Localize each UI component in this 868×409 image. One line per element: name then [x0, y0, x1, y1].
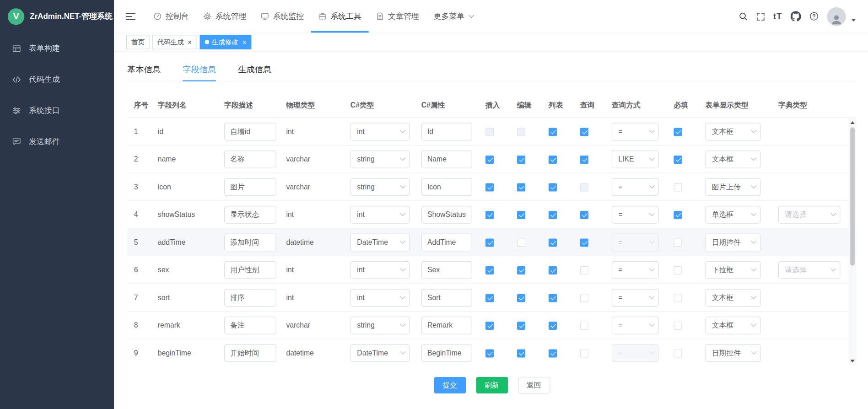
edit-checkbox[interactable]	[517, 294, 525, 302]
query-method-select[interactable]: =	[612, 261, 659, 279]
edit-checkbox[interactable]	[517, 155, 525, 163]
display-type-select[interactable]: 文本框	[705, 289, 760, 307]
topnav-item-system-monitor[interactable]: 系统监控	[253, 0, 311, 32]
display-type-select[interactable]: 图片上传	[705, 178, 760, 196]
display-type-select[interactable]: 单选框	[705, 205, 760, 223]
caret-down-icon[interactable]	[852, 19, 856, 22]
display-type-select[interactable]: 下拉框	[705, 261, 760, 279]
sidebar-item-system-api[interactable]: 系统接口	[0, 95, 114, 126]
topnav-item-more-menu[interactable]: 更多菜单	[426, 0, 481, 32]
query-method-select[interactable]: LIKE	[612, 150, 659, 168]
tag-home[interactable]: 首页	[126, 35, 150, 49]
edit-checkbox[interactable]	[517, 349, 525, 357]
topnav-item-dashboard[interactable]: 控制台	[146, 0, 196, 32]
query-method-select[interactable]: =	[612, 316, 659, 334]
csharp-property-input[interactable]	[421, 233, 472, 251]
scroll-down-icon[interactable]	[849, 357, 857, 365]
description-input[interactable]	[224, 316, 276, 334]
tag-gen-edit[interactable]: 生成修改×	[199, 35, 251, 49]
tag-code-gen[interactable]: 代码生成×	[152, 35, 197, 49]
csharp-type-select[interactable]: DateTime	[350, 233, 410, 251]
insert-checkbox[interactable]	[485, 128, 494, 136]
hamburger-icon[interactable]	[125, 0, 136, 32]
edit-checkbox[interactable]	[517, 266, 525, 274]
list-checkbox[interactable]	[549, 321, 557, 329]
csharp-property-input[interactable]	[421, 344, 472, 362]
required-checkbox[interactable]	[674, 294, 682, 302]
insert-checkbox[interactable]	[485, 294, 494, 302]
required-checkbox[interactable]	[674, 155, 682, 163]
font-size-icon[interactable]: tT	[773, 11, 782, 21]
required-checkbox[interactable]	[674, 183, 682, 191]
close-icon[interactable]: ×	[242, 38, 246, 46]
insert-checkbox[interactable]	[485, 183, 494, 191]
description-input[interactable]	[224, 344, 276, 362]
github-icon[interactable]	[791, 11, 801, 22]
insert-checkbox[interactable]	[485, 349, 494, 357]
csharp-type-select[interactable]: string	[350, 316, 410, 334]
display-type-select[interactable]: 文本框	[705, 150, 760, 168]
insert-checkbox[interactable]	[485, 210, 494, 219]
list-checkbox[interactable]	[549, 155, 557, 163]
description-input[interactable]	[224, 178, 276, 196]
list-checkbox[interactable]	[549, 294, 557, 302]
required-checkbox[interactable]	[674, 210, 682, 219]
query-checkbox[interactable]	[580, 238, 588, 247]
topnav-item-article-manage[interactable]: 文章管理	[369, 0, 426, 32]
insert-checkbox[interactable]	[485, 155, 494, 163]
required-checkbox[interactable]	[674, 321, 682, 329]
list-checkbox[interactable]	[549, 183, 557, 191]
tab-gen-info[interactable]: 生成信息	[238, 59, 271, 81]
refresh-button[interactable]: 刷新	[476, 377, 508, 393]
table-scrollbar[interactable]	[849, 118, 857, 365]
csharp-type-select[interactable]: int	[350, 289, 410, 307]
csharp-property-input[interactable]	[421, 316, 472, 334]
scrollbar-thumb[interactable]	[850, 127, 855, 265]
query-checkbox[interactable]	[580, 155, 588, 163]
query-checkbox[interactable]	[580, 294, 588, 302]
csharp-property-input[interactable]	[421, 289, 472, 307]
required-checkbox[interactable]	[674, 266, 682, 274]
csharp-property-input[interactable]	[421, 123, 472, 140]
query-method-select[interactable]: =	[612, 233, 659, 251]
description-input[interactable]	[224, 261, 276, 279]
dict-type-select[interactable]: 请选择	[778, 205, 840, 223]
topnav-item-system-tools[interactable]: 系统工具	[311, 0, 369, 32]
display-type-select[interactable]: 日期控件	[705, 344, 760, 362]
csharp-property-input[interactable]	[421, 261, 472, 279]
query-method-select[interactable]: =	[612, 205, 659, 223]
submit-button[interactable]: 提交	[434, 377, 466, 393]
sidebar-item-send-mail[interactable]: 发送邮件	[0, 126, 114, 157]
avatar[interactable]	[827, 7, 846, 26]
edit-checkbox[interactable]	[517, 238, 525, 247]
dict-type-select[interactable]: 请选择	[778, 261, 840, 279]
list-checkbox[interactable]	[549, 128, 557, 136]
list-checkbox[interactable]	[549, 210, 557, 219]
close-icon[interactable]: ×	[188, 38, 192, 46]
topnav-item-system-manage[interactable]: 系统管理	[196, 0, 253, 32]
help-icon[interactable]	[809, 11, 819, 21]
insert-checkbox[interactable]	[485, 266, 494, 274]
display-type-select[interactable]: 文本框	[705, 316, 760, 334]
query-checkbox[interactable]	[580, 321, 588, 329]
sidebar-item-form-build[interactable]: 表单构建	[0, 33, 114, 65]
back-button[interactable]: 返回	[518, 377, 550, 393]
list-checkbox[interactable]	[549, 266, 557, 274]
tab-field-info[interactable]: 字段信息	[183, 59, 216, 81]
description-input[interactable]	[224, 233, 276, 251]
csharp-type-select[interactable]: int	[350, 205, 410, 223]
list-checkbox[interactable]	[549, 238, 557, 247]
app-logo[interactable]: V ZrAdmin.NET-管理系统	[0, 0, 114, 33]
query-checkbox[interactable]	[580, 349, 588, 357]
search-icon[interactable]	[739, 11, 748, 21]
csharp-type-select[interactable]: string	[350, 150, 410, 168]
tab-basic-info[interactable]: 基本信息	[127, 59, 161, 81]
edit-checkbox[interactable]	[517, 210, 525, 219]
insert-checkbox[interactable]	[485, 321, 494, 329]
csharp-type-select[interactable]: DateTime	[350, 344, 410, 362]
query-checkbox[interactable]	[580, 210, 588, 219]
query-checkbox[interactable]	[580, 128, 588, 136]
scroll-up-icon[interactable]	[849, 118, 857, 126]
edit-checkbox[interactable]	[517, 183, 525, 191]
csharp-type-select[interactable]: int	[350, 123, 410, 140]
